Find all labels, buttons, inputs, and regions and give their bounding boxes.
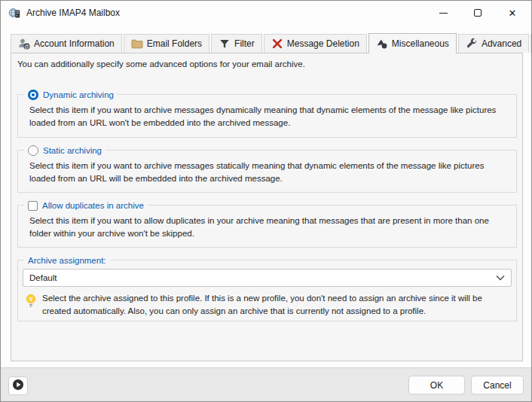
tip-row: Select the archive assigned to this prof… (25, 292, 509, 318)
minimize-icon (439, 13, 448, 14)
static-archiving-description: Select this item if you want to archive … (29, 160, 507, 185)
tab-message-deletion[interactable]: Message Deletion (264, 34, 367, 53)
allow-duplicates-label[interactable]: Allow duplicates in archive (42, 201, 144, 210)
allow-duplicates-checkbox[interactable] (28, 201, 38, 211)
maximize-button[interactable] (460, 1, 495, 25)
dropdown-selected-value: Default (29, 273, 57, 282)
svg-text:@: @ (24, 44, 29, 49)
tab-label: Filter (234, 38, 255, 49)
tab-label: Email Folders (147, 38, 202, 49)
tab-label: Miscellaneous (392, 38, 449, 49)
close-button[interactable]: ✕ (495, 1, 530, 25)
app-mailbox-icon (8, 7, 20, 19)
static-archiving-label[interactable]: Static archiving (43, 146, 102, 155)
delete-x-icon (271, 38, 283, 50)
miscellaneous-tab-panel: You can additionally specify some advanc… (11, 53, 523, 361)
dynamic-archiving-description: Select this item if you want to archive … (29, 104, 507, 129)
lightbulb-icon (25, 294, 37, 309)
archive-assignment-caption: Archive assignment: (24, 254, 110, 267)
minimize-button[interactable] (426, 1, 460, 25)
tab-label: Account Information (34, 38, 115, 49)
archive-assignment-dropdown[interactable]: Default (23, 269, 512, 287)
archive-assignment-group: Archive assignment: Default Select (17, 260, 517, 321)
tab-filter[interactable]: Filter (211, 34, 262, 53)
tab-advanced[interactable]: Advanced (458, 34, 529, 53)
tab-label: Message Deletion (287, 38, 359, 49)
cancel-button[interactable]: Cancel (471, 376, 524, 394)
dialog-window: Archive IMAP4 Mailbox ✕ @ Account Inform… (0, 0, 532, 402)
filter-icon (219, 38, 231, 50)
static-archiving-option: Static archiving (24, 144, 105, 157)
dynamic-archiving-label[interactable]: Dynamic archiving (43, 90, 114, 99)
play-icon (12, 379, 24, 394)
tab-account-information[interactable]: @ Account Information (11, 34, 122, 53)
window-title: Archive IMAP4 Mailbox (26, 1, 120, 25)
archive-assignment-label: Archive assignment: (28, 256, 106, 265)
allow-duplicates-option: Allow duplicates in archive (24, 199, 148, 212)
chevron-down-icon (496, 273, 505, 282)
tab-email-folders[interactable]: Email Folders (124, 34, 209, 53)
title-bar[interactable]: Archive IMAP4 Mailbox ✕ (1, 1, 531, 25)
run-profile-button[interactable] (8, 376, 28, 395)
dynamic-archiving-group: Dynamic archiving Select this item if yo… (17, 94, 517, 138)
dynamic-archiving-radio[interactable] (28, 90, 38, 100)
maximize-icon (474, 9, 482, 17)
tab-bar: @ Account Information Email Folders Filt… (11, 32, 527, 53)
archive-assignment-tip: Select the archive assigned to this prof… (42, 292, 509, 318)
shapes-icon (376, 38, 388, 50)
allow-duplicates-description: Select this item if you want to allow du… (29, 215, 507, 240)
wrench-icon (466, 38, 478, 50)
close-icon: ✕ (509, 8, 517, 18)
folder-icon (131, 38, 143, 50)
tab-label: Advanced (482, 38, 521, 49)
allow-duplicates-group: Allow duplicates in archive Select this … (17, 205, 517, 248)
footer-bar: OK Cancel (1, 367, 531, 401)
window-controls: ✕ (426, 1, 530, 25)
dynamic-archiving-option: Dynamic archiving (24, 88, 118, 102)
ok-button[interactable]: OK (408, 376, 465, 394)
intro-text: You can additionally specify some advanc… (17, 59, 305, 69)
tab-miscellaneous[interactable]: Miscellaneous (368, 33, 457, 53)
account-icon: @ (18, 38, 30, 50)
static-archiving-radio[interactable] (28, 145, 38, 156)
static-archiving-group: Static archiving Select this item if you… (17, 150, 517, 193)
